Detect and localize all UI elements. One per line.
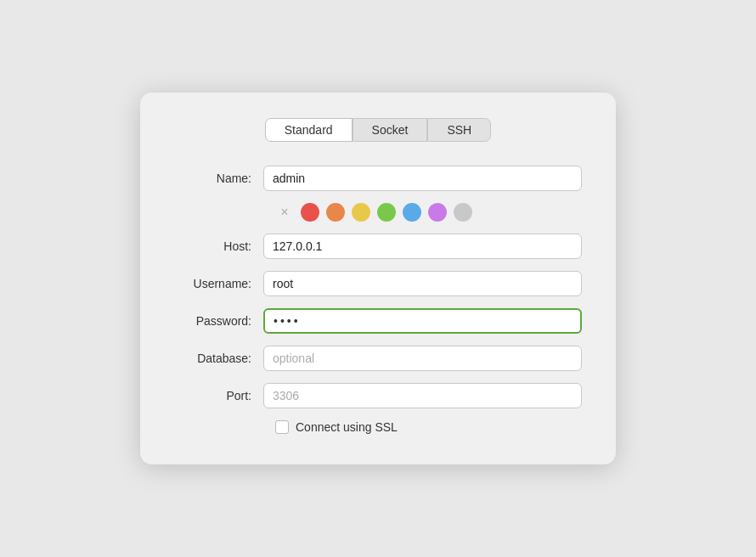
password-input[interactable] xyxy=(263,308,582,334)
port-row: Port: xyxy=(174,383,582,408)
ssl-row: Connect using SSL xyxy=(174,420,582,434)
ssl-label: Connect using SSL xyxy=(296,420,398,434)
database-row: Database: xyxy=(174,346,582,371)
password-row: Password: xyxy=(174,308,582,334)
color-purple-dot[interactable] xyxy=(428,203,447,222)
username-row: Username: xyxy=(174,271,582,296)
ssl-checkbox[interactable] xyxy=(275,420,289,434)
color-none-button[interactable]: × xyxy=(275,203,294,222)
port-label: Port: xyxy=(174,389,263,402)
tab-standard[interactable]: Standard xyxy=(265,118,353,142)
name-label: Name: xyxy=(174,172,263,185)
color-yellow-dot[interactable] xyxy=(352,203,370,222)
color-row: × xyxy=(174,203,582,222)
host-row: Host: xyxy=(174,233,582,259)
tab-socket[interactable]: Socket xyxy=(353,118,428,142)
color-green-dot[interactable] xyxy=(377,203,396,222)
host-input[interactable] xyxy=(263,233,582,259)
tab-ssh[interactable]: SSH xyxy=(427,118,491,142)
database-label: Database: xyxy=(174,352,263,365)
color-orange-dot[interactable] xyxy=(326,203,345,222)
name-input[interactable] xyxy=(263,166,582,191)
tab-bar: Standard Socket SSH xyxy=(174,118,582,142)
connection-dialog: Standard Socket SSH Name: × Host: Userna… xyxy=(140,93,616,464)
password-label: Password: xyxy=(174,314,263,328)
host-label: Host: xyxy=(174,239,263,253)
color-blue-dot[interactable] xyxy=(403,203,421,222)
port-input[interactable] xyxy=(263,383,582,408)
color-gray-dot[interactable] xyxy=(454,203,472,222)
name-row: Name: xyxy=(174,166,582,191)
username-input[interactable] xyxy=(263,271,582,296)
color-red-dot[interactable] xyxy=(301,203,319,222)
database-input[interactable] xyxy=(263,346,582,371)
username-label: Username: xyxy=(174,277,263,290)
